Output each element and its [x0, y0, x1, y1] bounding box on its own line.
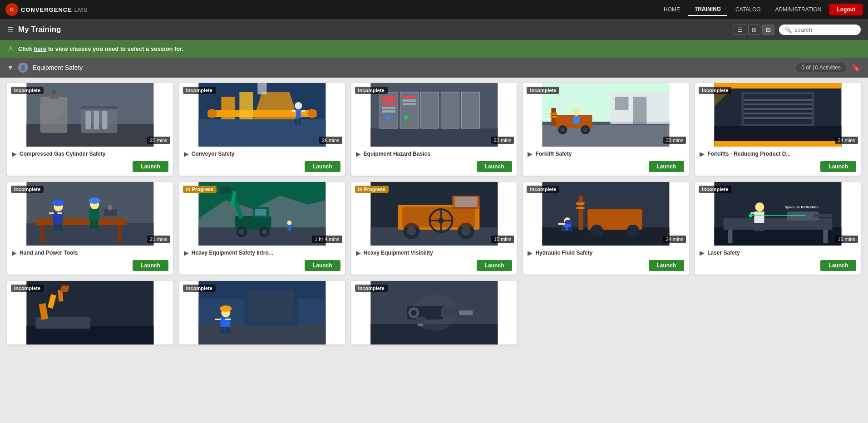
nav-administration[interactable]: ADMINISTRATION: [769, 4, 828, 15]
svg-point-20: [295, 102, 302, 109]
svg-rect-106: [287, 225, 291, 231]
duration-badge: 23 mins: [147, 137, 170, 144]
svg-rect-24: [291, 110, 295, 112]
section-left: ▼ 👤 Equipment Safety: [7, 63, 83, 73]
svg-point-124: [591, 225, 603, 237]
section-right: 0 of 16 Activities 🔖: [796, 63, 861, 72]
status-badge: In Progress: [183, 186, 217, 193]
card-forklift: Incomplete 30 mins ▶ Forklift Safety Lau…: [523, 83, 689, 176]
search-icon: 🔍: [784, 26, 792, 33]
svg-rect-86: [89, 209, 99, 221]
svg-rect-133: [558, 223, 565, 225]
svg-point-134: [565, 220, 572, 224]
svg-rect-71: [744, 113, 812, 114]
menu-icon[interactable]: ☰: [7, 25, 14, 34]
launch-button[interactable]: Launch: [305, 260, 340, 271]
card-equipment-hazard: Incomplete 23 mins ▶ Equipment Hazard Ba…: [351, 83, 517, 176]
svg-rect-34: [382, 99, 395, 102]
svg-rect-68: [744, 99, 812, 101]
card-footer: ▶ Conveyor Safety Launch: [179, 147, 345, 176]
card-title-row: ▶ Heavy Equipment Safety Intro...: [184, 249, 340, 256]
svg-point-84: [52, 200, 64, 206]
svg-rect-136: [715, 227, 842, 246]
large-grid-view-button[interactable]: ⊟: [762, 25, 774, 35]
card-image-bottom1: Incomplete: [7, 281, 173, 344]
card-launch-row: Launch: [12, 260, 168, 271]
view-toggle: ☰ ⊞ ⊟: [734, 25, 774, 35]
card-image-heavy-equipment-visibility: In Progress 15 mins: [351, 182, 517, 246]
card-image-bottom3: Incomplete: [351, 281, 517, 344]
launch-button[interactable]: Launch: [133, 161, 168, 172]
svg-rect-62: [715, 83, 842, 89]
launch-button[interactable]: Launch: [305, 161, 340, 172]
section-title: Equipment Safety: [33, 64, 83, 71]
svg-rect-48: [633, 97, 647, 110]
svg-rect-16: [221, 97, 235, 119]
svg-rect-139: [824, 230, 828, 243]
play-icon: ▶: [184, 150, 189, 157]
svg-point-14: [207, 109, 217, 118]
card-title-row: ▶ Hand and Power Tools: [12, 249, 168, 256]
launch-button[interactable]: Launch: [649, 260, 685, 271]
bookmark-icon[interactable]: 🔖: [852, 64, 861, 72]
card-launch-row: Launch: [700, 161, 856, 172]
svg-rect-166: [220, 327, 224, 334]
search-input[interactable]: [794, 26, 853, 33]
svg-rect-126: [579, 196, 583, 230]
svg-rect-131: [562, 227, 566, 231]
card-title: Conveyor Safety: [192, 151, 235, 157]
nav-home[interactable]: HOME: [657, 4, 686, 15]
svg-rect-132: [568, 227, 572, 231]
duration-badge: 23 mins: [491, 137, 514, 144]
card-footer: ▶ Hydraulic Fluid Safety Launch: [523, 246, 689, 275]
alert-text: Click here to view classes you need to s…: [18, 45, 183, 52]
card-image-hand-power-tools: Incomplete 21 mins: [7, 182, 173, 246]
svg-rect-38: [402, 96, 416, 98]
launch-button[interactable]: Launch: [477, 260, 513, 271]
duration-badge: 30 mins: [663, 137, 686, 144]
launch-button[interactable]: Launch: [820, 161, 856, 172]
svg-rect-33: [382, 96, 395, 98]
svg-rect-144: [755, 223, 759, 231]
svg-rect-180: [418, 324, 423, 326]
play-icon: ▶: [700, 150, 705, 157]
activities-count: 0 of 16 Activities: [796, 63, 846, 72]
svg-rect-162: [248, 290, 294, 322]
card-footer: ▶ Heavy Equipment Safety Intro... Launch: [179, 246, 345, 275]
card-launch-row: Launch: [700, 260, 856, 271]
svg-rect-89: [94, 221, 98, 229]
nav-training[interactable]: TRAINING: [688, 3, 727, 16]
alert-link[interactable]: here: [34, 45, 46, 52]
svg-rect-128: [577, 207, 585, 209]
card-title: Laser Safety: [707, 250, 740, 256]
card-image-hydraulic-fluid: Incomplete 24 mins: [523, 182, 689, 246]
duration-badge: 16 mins: [835, 236, 858, 243]
svg-rect-7: [85, 111, 91, 129]
svg-rect-167: [226, 327, 230, 334]
card-title: Forklifts - Reducing Product D...: [707, 151, 790, 157]
svg-rect-159: [198, 324, 326, 344]
list-view-button[interactable]: ☰: [734, 25, 746, 35]
page-title: My Training: [18, 25, 61, 34]
svg-rect-168: [215, 319, 221, 320]
launch-button[interactable]: Launch: [649, 161, 685, 172]
svg-rect-47: [615, 97, 629, 110]
play-icon: ▶: [700, 249, 705, 256]
logo-icon: C: [5, 3, 18, 16]
svg-rect-6: [81, 106, 117, 109]
svg-rect-127: [577, 202, 585, 205]
card-launch-row: Launch: [184, 161, 340, 172]
card-title-row: ▶ Laser Safety: [700, 249, 856, 256]
svg-rect-39: [402, 99, 416, 102]
chevron-down-icon[interactable]: ▼: [7, 64, 14, 71]
logout-button[interactable]: Logout: [829, 4, 863, 15]
grid-view-button[interactable]: ⊞: [748, 25, 760, 35]
launch-button[interactable]: Launch: [820, 260, 856, 271]
svg-point-113: [407, 226, 416, 236]
launch-button[interactable]: Launch: [133, 260, 168, 271]
svg-rect-40: [402, 103, 416, 105]
launch-button[interactable]: Launch: [477, 161, 513, 172]
card-title-row: ▶ Equipment Hazard Basics: [356, 150, 513, 157]
nav-catalog[interactable]: CATALOG: [729, 4, 767, 15]
play-icon: ▶: [12, 249, 17, 256]
